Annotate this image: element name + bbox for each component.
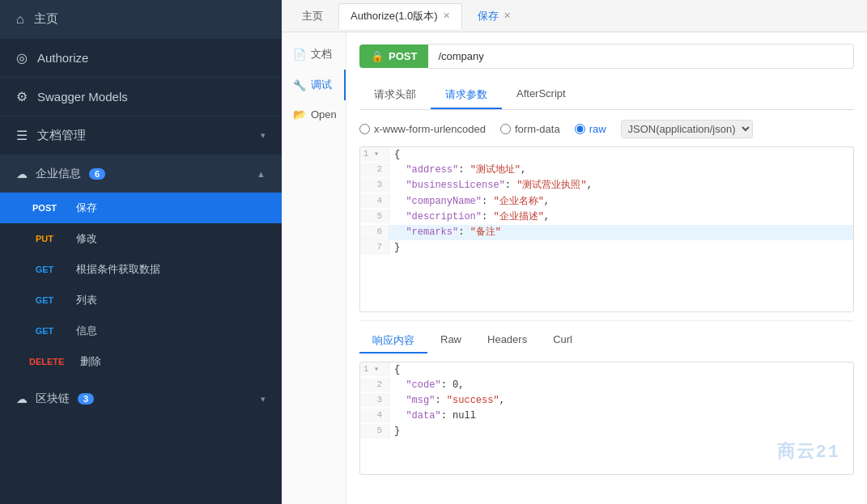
sidebar-section-enterprise[interactable]: ☁ 企业信息 6 ▲ bbox=[0, 155, 282, 193]
blockchain-badge: 3 bbox=[78, 393, 94, 404]
resp-code-line-3: 3 "msg": "success", bbox=[360, 393, 853, 409]
code-line-7: 7 } bbox=[360, 240, 853, 256]
request-code-editor[interactable]: 1 ▾ { 2 "address": "测试地址", 3 "businessLi… bbox=[359, 146, 854, 312]
tab-authorize[interactable]: Authorize(1.0版本) ✕ bbox=[338, 3, 462, 29]
tab-bar: 主页 Authorize(1.0版本) ✕ 保存 ✕ bbox=[282, 0, 867, 32]
sidebar-item-swagger[interactable]: ⚙ Swagger Models bbox=[0, 78, 282, 116]
api-label-put: 修改 bbox=[76, 231, 97, 246]
code-line-6: 6 "remarks": "备注" bbox=[360, 225, 853, 240]
blockchain-chevron-icon: ▾ bbox=[261, 394, 266, 404]
subnav-debug[interactable]: 🔧 调试 bbox=[282, 70, 346, 100]
req-tab-params-label: 请求参数 bbox=[445, 88, 487, 100]
tab-save-close-icon[interactable]: ✕ bbox=[504, 11, 511, 21]
tab-save-label: 保存 bbox=[478, 9, 499, 23]
body-type-raw[interactable]: raw bbox=[575, 123, 606, 135]
sidebar-api-delete[interactable]: DELETE 删除 bbox=[0, 346, 282, 377]
api-label-get-list: 列表 bbox=[76, 293, 97, 307]
sidebar-api-get-query[interactable]: GET 根据条件获取数据 bbox=[0, 254, 282, 285]
sidebar-api-get-list[interactable]: GET 列表 bbox=[0, 285, 282, 316]
enterprise-chevron-icon: ▲ bbox=[257, 169, 266, 179]
tab-home[interactable]: 主页 bbox=[290, 3, 335, 29]
subnav-docs[interactable]: 📄 文档 bbox=[282, 39, 346, 70]
resp-tab-content[interactable]: 响应内容 bbox=[359, 329, 427, 354]
tab-authorize-close-icon[interactable]: ✕ bbox=[443, 11, 450, 21]
code-line-3: 3 "businessLicense": "测试营业执照", bbox=[360, 178, 853, 193]
sidebar-item-docmanage-label: 文档管理 bbox=[37, 128, 86, 143]
code-line-4: 4 "companyName": "企业名称", bbox=[360, 194, 853, 210]
resp-tab-curl[interactable]: Curl bbox=[540, 329, 585, 354]
urlencoded-radio[interactable] bbox=[359, 124, 370, 134]
swagger-icon: ⚙ bbox=[16, 89, 28, 104]
method-button[interactable]: 🔒 POST bbox=[359, 44, 428, 68]
body-type-urlencoded[interactable]: x-www-form-urlencoded bbox=[359, 123, 486, 135]
urlencoded-label: x-www-form-urlencoded bbox=[374, 123, 486, 135]
subnav-open-label: Open bbox=[311, 108, 337, 121]
blockchain-icon: ☁ bbox=[16, 392, 28, 405]
request-tabs: 请求头部 请求参数 AfterScript bbox=[359, 82, 854, 110]
resp-code-line-4: 4 "data": null bbox=[360, 409, 853, 424]
lock-icon: 🔒 bbox=[371, 50, 384, 62]
sidebar-item-swagger-label: Swagger Models bbox=[37, 90, 128, 104]
method-label-delete: DELETE bbox=[24, 355, 69, 368]
sidebar-item-home-label: 主页 bbox=[34, 11, 58, 27]
req-tab-params[interactable]: 请求参数 bbox=[431, 82, 502, 109]
resp-code-line-2: 2 "code": 0, bbox=[360, 378, 853, 393]
body-type-formdata[interactable]: form-data bbox=[500, 123, 560, 135]
code-line-2: 2 "address": "测试地址", bbox=[360, 163, 853, 178]
resp-code-line-1: 1 ▾ { bbox=[360, 362, 853, 378]
resp-tab-content-label: 响应内容 bbox=[372, 334, 414, 346]
json-format-select[interactable]: JSON(application/json) bbox=[621, 120, 753, 138]
sidebar-api-get-info[interactable]: GET 信息 bbox=[0, 316, 282, 346]
resp-tab-headers-label: Headers bbox=[487, 333, 527, 345]
enterprise-badge: 6 bbox=[89, 168, 105, 180]
url-input[interactable] bbox=[428, 44, 854, 69]
sidebar-api-put-modify[interactable]: PUT 修改 bbox=[0, 223, 282, 254]
authorize-icon: ◎ bbox=[16, 50, 28, 66]
chevron-down-icon: ▾ bbox=[261, 130, 266, 141]
resp-tab-raw-label: Raw bbox=[440, 333, 461, 345]
formdata-radio[interactable] bbox=[500, 124, 511, 134]
home-icon: ⌂ bbox=[16, 12, 24, 27]
subnav-open[interactable]: 📂 Open bbox=[282, 100, 346, 129]
resp-tab-headers[interactable]: Headers bbox=[474, 329, 540, 354]
sidebar-item-authorize[interactable]: ◎ Authorize bbox=[0, 39, 282, 78]
method-label-get-query: GET bbox=[24, 263, 65, 276]
blockchain-label: 区块链 bbox=[36, 392, 70, 406]
sidebar-api-post-save[interactable]: POST 保存 bbox=[0, 193, 282, 223]
api-label-delete: 删除 bbox=[80, 354, 101, 369]
response-code-editor[interactable]: 1 ▾ { 2 "code": 0, 3 "msg": "success", 4… bbox=[359, 362, 854, 475]
api-label-get-query: 根据条件获取数据 bbox=[76, 262, 160, 277]
sidebar-item-home[interactable]: ⌂ 主页 bbox=[0, 0, 282, 39]
body-type-bar: x-www-form-urlencoded form-data raw JSON… bbox=[359, 120, 854, 138]
code-line-1: 1 ▾ { bbox=[360, 147, 853, 163]
api-label-post-save: 保存 bbox=[76, 201, 97, 215]
panel-body: 📄 文档 🔧 调试 📂 Open 🔒 POST bbox=[282, 32, 867, 504]
sidebar-item-docmanage[interactable]: ☰ 文档管理 ▾ bbox=[0, 116, 282, 155]
subnav-debug-label: 调试 bbox=[311, 78, 332, 92]
main-panel: 主页 Authorize(1.0版本) ✕ 保存 ✕ 📄 文档 🔧 调试 📂 O… bbox=[282, 0, 867, 504]
resp-tab-raw[interactable]: Raw bbox=[427, 329, 474, 354]
req-tab-headers[interactable]: 请求头部 bbox=[359, 82, 431, 109]
resp-code-line-5: 5 } bbox=[360, 424, 853, 439]
sidebar-section-blockchain[interactable]: ☁ 区块链 3 ▾ bbox=[0, 380, 282, 417]
tab-authorize-label: Authorize(1.0版本) bbox=[351, 9, 438, 23]
tab-save[interactable]: 保存 ✕ bbox=[465, 3, 523, 29]
code-line-5: 5 "description": "企业描述", bbox=[360, 210, 853, 225]
api-label-get-info: 信息 bbox=[76, 324, 97, 338]
req-tab-headers-label: 请求头部 bbox=[374, 88, 416, 100]
sidebar-item-authorize-label: Authorize bbox=[37, 51, 88, 65]
raw-radio[interactable] bbox=[575, 124, 585, 134]
debug-icon: 🔧 bbox=[293, 79, 306, 91]
sidebar: ⌂ 主页 ◎ Authorize ⚙ Swagger Models ☰ 文档管理… bbox=[0, 0, 282, 504]
docs-icon: 📄 bbox=[293, 49, 306, 61]
enterprise-label: 企业信息 bbox=[36, 167, 81, 181]
watermark: 商云21 bbox=[777, 438, 840, 467]
enterprise-icon: ☁ bbox=[16, 167, 28, 180]
req-tab-afterscript[interactable]: AfterScript bbox=[502, 82, 580, 109]
docmanage-icon: ☰ bbox=[16, 128, 28, 143]
open-icon: 📂 bbox=[293, 108, 306, 121]
req-tab-afterscript-label: AfterScript bbox=[516, 87, 566, 100]
method-text: POST bbox=[389, 50, 417, 62]
method-label-put: PUT bbox=[24, 232, 65, 245]
right-panel: 🔒 POST 请求头部 请求参数 AfterScript bbox=[346, 32, 867, 504]
